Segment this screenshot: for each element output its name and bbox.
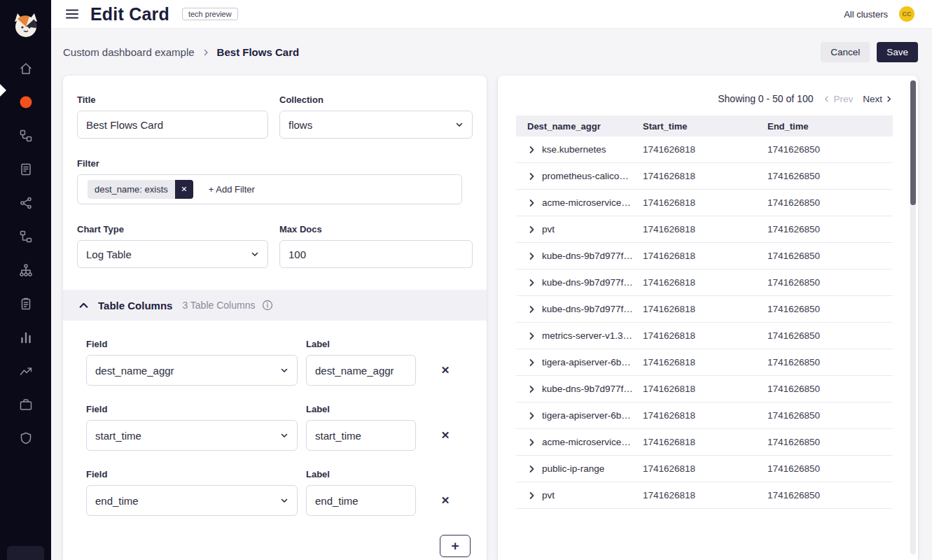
save-button[interactable]: Save — [877, 42, 918, 62]
title-input[interactable] — [77, 111, 268, 139]
field-select-value: start_time — [95, 430, 141, 442]
prev-page-button[interactable]: Prev — [823, 94, 853, 104]
filter-box[interactable]: dest_name: exists ✕ + Add Filter — [77, 174, 462, 204]
sidebar-item-compliance[interactable] — [18, 297, 34, 311]
avatar[interactable]: CC — [899, 6, 914, 22]
calico-cat-logo-icon — [11, 10, 41, 41]
sidebar-item-reports[interactable] — [18, 330, 34, 344]
remove-column-button[interactable]: ✕ — [437, 355, 454, 386]
row-end-time: 1741626850 — [767, 251, 893, 261]
preview-panel: Showing 0 - 50 of 100 Prev Next Dest_nam… — [498, 76, 918, 560]
expand-row-icon[interactable] — [527, 172, 536, 181]
sidebar-item-storage[interactable] — [18, 398, 34, 412]
collapse-section-button[interactable] — [77, 299, 90, 312]
table-row[interactable]: metrics-server-v1.3… 1741626818 17416268… — [516, 323, 893, 349]
next-page-button[interactable]: Next — [863, 94, 893, 104]
row-end-time: 1741626850 — [767, 463, 893, 474]
sidebar-item-service-graph[interactable] — [18, 129, 34, 143]
remove-column-button[interactable]: ✕ — [437, 485, 454, 516]
preview-table: Dest_name_aggr Start_time End_time kse.k… — [516, 115, 893, 509]
expand-row-icon[interactable] — [527, 252, 536, 260]
sidebar-item-activity[interactable] — [18, 364, 34, 378]
expand-row-icon[interactable] — [527, 146, 536, 154]
row-dest-name: prometheus-calico… — [542, 171, 629, 181]
table-row[interactable]: tigera-apiserver-6b… 1741626818 17416268… — [516, 402, 893, 429]
table-row[interactable]: tigera-apiserver-6b… 1741626818 17416268… — [516, 349, 893, 376]
hamburger-icon — [64, 6, 80, 22]
row-dest-name: kube-dns-9b7d977f… — [542, 277, 633, 288]
table-row[interactable]: prometheus-calico… 1741626818 1741626850 — [516, 163, 893, 190]
sidebar-item-clusters[interactable] — [18, 263, 34, 277]
table-row[interactable]: kse.kubernetes 1741626818 1741626850 — [516, 136, 893, 163]
expand-row-icon[interactable] — [527, 412, 536, 420]
expand-row-icon[interactable] — [527, 225, 536, 234]
filter-chip[interactable]: dest_name: exists ✕ — [88, 180, 193, 199]
table-row[interactable]: kube-dns-9b7d977f… 1741626818 1741626850 — [516, 270, 893, 296]
sidebar-item-security[interactable] — [18, 431, 34, 445]
row-start-time: 1741626818 — [643, 277, 767, 288]
field-select[interactable]: end_time — [86, 485, 298, 516]
expand-row-icon[interactable] — [527, 332, 536, 340]
expand-row-icon[interactable] — [527, 199, 536, 207]
sidebar-item-policies[interactable] — [18, 162, 34, 176]
table-row[interactable]: kube-dns-9b7d977f… 1741626818 1741626850 — [516, 296, 893, 323]
field-select[interactable]: start_time — [86, 420, 298, 451]
label-input[interactable] — [306, 485, 416, 516]
label-input[interactable] — [306, 420, 416, 451]
row-end-time: 1741626850 — [767, 410, 893, 421]
remove-filter-button[interactable]: ✕ — [175, 180, 193, 199]
info-button[interactable] — [262, 300, 273, 311]
expand-row-icon[interactable] — [527, 358, 536, 367]
cancel-button[interactable]: Cancel — [821, 42, 870, 62]
label-input[interactable] — [306, 355, 416, 386]
table-row[interactable]: pvt 1741626818 1741626850 — [516, 216, 893, 243]
briefcase-icon — [19, 398, 33, 412]
expand-row-icon[interactable] — [527, 385, 536, 393]
expand-row-icon[interactable] — [527, 491, 536, 500]
card-editor-panel: Title Collection flows Filter — [63, 76, 487, 560]
scrollbar-thumb[interactable] — [910, 80, 916, 205]
chevron-left-icon — [823, 95, 830, 103]
expand-row-icon[interactable] — [527, 279, 536, 287]
breadcrumb-parent[interactable]: Custom dashboard example — [63, 46, 195, 58]
table-columns-header: Table Columns 3 Table Columns — [63, 290, 487, 321]
add-column-button[interactable]: + — [440, 535, 471, 557]
all-clusters-selector[interactable]: All clusters — [844, 9, 888, 20]
sidebar-item-dashboards[interactable] — [18, 95, 34, 109]
table-row[interactable]: kube-dns-9b7d977f… 1741626818 1741626850 — [516, 376, 893, 402]
title-label: Title — [77, 94, 268, 105]
preview-scrollbar[interactable] — [910, 80, 916, 554]
chevron-down-icon — [251, 250, 259, 258]
sidebar-item-flows[interactable] — [18, 230, 34, 244]
table-column-editor-row: Field end_time Label ✕ — [86, 469, 473, 516]
table-row[interactable]: acme-microservice… 1741626818 1741626850 — [516, 190, 893, 216]
calico-logo[interactable] — [11, 10, 41, 43]
remove-column-button[interactable]: ✕ — [437, 420, 454, 451]
table-row[interactable]: public-ip-range 1741626818 1741626850 — [516, 456, 893, 482]
field-select[interactable]: dest_name_aggr — [86, 355, 298, 386]
shield-icon — [19, 431, 33, 445]
sidebar-footer[interactable] — [7, 546, 44, 560]
sidebar-item-network[interactable] — [18, 196, 34, 210]
content: Title Collection flows Filter — [51, 76, 932, 560]
collection-select-value: flows — [288, 119, 312, 131]
expand-row-icon[interactable] — [527, 305, 536, 314]
table-row[interactable]: acme-microservice… 1741626818 1741626850 — [516, 429, 893, 456]
max-docs-input[interactable] — [279, 240, 473, 268]
table-row[interactable]: pvt 1741626818 1741626850 — [516, 482, 893, 509]
row-dest-name: pvt — [542, 224, 555, 234]
expand-row-icon[interactable] — [527, 465, 536, 473]
collection-select[interactable]: flows — [279, 111, 473, 139]
hamburger-menu-button[interactable] — [63, 5, 81, 23]
sidebar-item-home[interactable] — [18, 62, 34, 76]
table-row[interactable]: kube-dns-9b7d977f… 1741626818 1741626850 — [516, 243, 893, 270]
pagination: Showing 0 - 50 of 100 Prev Next — [516, 91, 893, 106]
row-dest-name: tigera-apiserver-6b… — [542, 410, 631, 421]
row-end-time: 1741626850 — [767, 437, 893, 447]
add-filter-button[interactable]: + Add Filter — [209, 184, 255, 195]
page-title: Edit Card — [90, 4, 169, 24]
expand-row-icon[interactable] — [527, 438, 536, 447]
row-start-time: 1741626818 — [643, 251, 767, 261]
main-area: Edit Card tech preview All clusters CC C… — [51, 0, 932, 560]
chart-type-select[interactable]: Log Table — [77, 240, 268, 268]
